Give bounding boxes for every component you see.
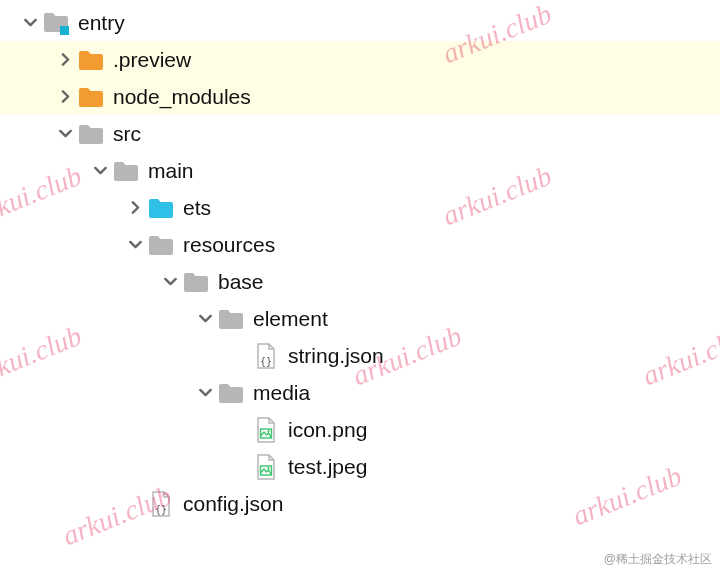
tree-item-label: .preview — [113, 48, 191, 72]
tree-row[interactable]: entry — [0, 4, 720, 41]
chevron-down-icon[interactable] — [193, 386, 217, 399]
tree-item-label: entry — [78, 11, 125, 35]
folder-icon — [217, 379, 245, 407]
chevron-right-icon[interactable] — [123, 201, 147, 214]
tree-item-label: main — [148, 159, 194, 183]
file-tree: entry.previewnode_modulessrcmainetsresou… — [0, 0, 720, 522]
chevron-down-icon[interactable] — [53, 127, 77, 140]
chevron-right-icon[interactable] — [53, 53, 77, 66]
module-folder-icon — [42, 9, 70, 37]
json-file-icon: {} — [147, 490, 175, 518]
svg-text:{}: {} — [260, 356, 272, 367]
tree-item-label: node_modules — [113, 85, 251, 109]
tree-item-label: element — [253, 307, 328, 331]
tree-item-label: string.json — [288, 344, 384, 368]
tree-row[interactable]: test.jpeg — [0, 448, 720, 485]
folder-icon — [112, 157, 140, 185]
svg-text:{}: {} — [155, 504, 167, 515]
tree-item-label: resources — [183, 233, 275, 257]
tree-row[interactable]: ets — [0, 189, 720, 226]
tree-row[interactable]: node_modules — [0, 78, 720, 115]
svg-point-5 — [267, 467, 269, 469]
folder-icon — [147, 194, 175, 222]
tree-item-label: ets — [183, 196, 211, 220]
json-file-icon: {} — [252, 342, 280, 370]
svg-rect-0 — [60, 26, 69, 35]
tree-row[interactable]: main — [0, 152, 720, 189]
tree-row[interactable]: media — [0, 374, 720, 411]
chevron-down-icon[interactable] — [158, 275, 182, 288]
tree-row[interactable]: .preview — [0, 41, 720, 78]
tree-row[interactable]: element — [0, 300, 720, 337]
svg-point-3 — [267, 430, 269, 432]
tree-item-label: icon.png — [288, 418, 367, 442]
tree-item-label: test.jpeg — [288, 455, 367, 479]
chevron-down-icon[interactable] — [88, 164, 112, 177]
folder-icon — [77, 83, 105, 111]
chevron-down-icon[interactable] — [123, 238, 147, 251]
tree-item-label: config.json — [183, 492, 283, 516]
tree-item-label: base — [218, 270, 264, 294]
tree-row[interactable]: src — [0, 115, 720, 152]
tree-row[interactable]: icon.png — [0, 411, 720, 448]
folder-icon — [217, 305, 245, 333]
chevron-down-icon[interactable] — [193, 312, 217, 325]
tree-item-label: src — [113, 122, 141, 146]
tree-row[interactable]: resources — [0, 226, 720, 263]
folder-icon — [77, 120, 105, 148]
folder-icon — [182, 268, 210, 296]
folder-icon — [147, 231, 175, 259]
tree-row[interactable]: {}config.json — [0, 485, 720, 522]
tree-row[interactable]: {}string.json — [0, 337, 720, 374]
image-file-icon — [252, 453, 280, 481]
chevron-right-icon[interactable] — [53, 90, 77, 103]
tree-row[interactable]: base — [0, 263, 720, 300]
image-file-icon — [252, 416, 280, 444]
tree-item-label: media — [253, 381, 310, 405]
folder-icon — [77, 46, 105, 74]
credit-text: @稀土掘金技术社区 — [604, 551, 712, 568]
chevron-down-icon[interactable] — [18, 16, 42, 29]
